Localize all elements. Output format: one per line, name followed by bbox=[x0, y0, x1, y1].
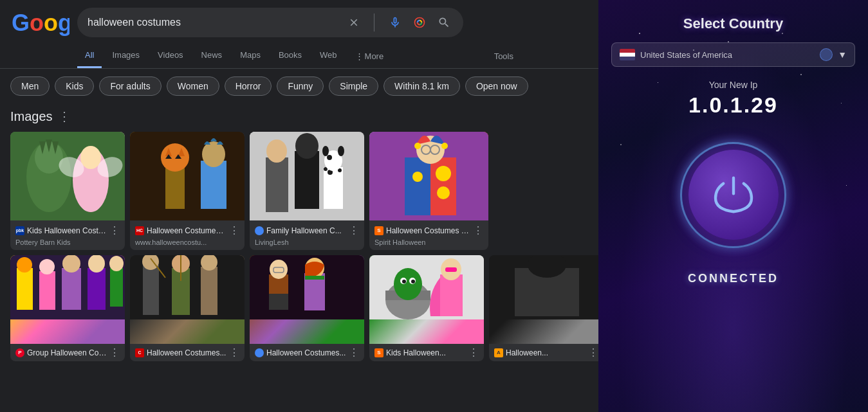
dropdown-arrow-icon: ▼ bbox=[838, 49, 847, 60]
svg-point-31 bbox=[338, 146, 344, 156]
tab-videos[interactable]: Videos bbox=[150, 44, 191, 68]
image-source-1: Pottery Barn Kids bbox=[15, 238, 120, 246]
image-card-4[interactable]: S Halloween Costumes 2024 for ⋮ Spirit H… bbox=[369, 132, 488, 250]
image-menu-6[interactable]: ⋮ bbox=[229, 346, 239, 359]
image-card-7[interactable]: Halloween Costumes... ⋮ bbox=[250, 255, 364, 361]
svg-point-50 bbox=[39, 259, 55, 274]
image-thumb-2 bbox=[130, 132, 245, 220]
image-menu-2[interactable]: ⋮ bbox=[229, 224, 239, 237]
power-button[interactable] bbox=[688, 150, 779, 240]
country-dropdown[interactable]: United States of America ▼ bbox=[611, 42, 855, 67]
svg-point-77 bbox=[394, 268, 422, 300]
image-title-8: Kids Halloween... bbox=[386, 348, 446, 357]
filter-men[interactable]: Men bbox=[10, 76, 50, 96]
image-menu-4[interactable]: ⋮ bbox=[473, 224, 483, 237]
image-info-9: A Halloween... ⋮ bbox=[489, 344, 598, 361]
svg-rect-22 bbox=[295, 151, 319, 209]
filter-kids[interactable]: Kids bbox=[55, 76, 94, 96]
nav-tabs: All Images Videos News Maps Books Web ⋮ … bbox=[0, 44, 598, 69]
google-logo: Google bbox=[10, 6, 69, 39]
more-dots-icon: ⋮ bbox=[355, 51, 364, 61]
image-card-6[interactable]: C Halloween Costumes... ⋮ bbox=[130, 255, 245, 361]
image-info-7: Halloween Costumes... ⋮ bbox=[250, 344, 364, 361]
image-card-8[interactable]: S Kids Halloween... ⋮ bbox=[369, 255, 484, 361]
favicon-5: P bbox=[15, 348, 24, 357]
favicon-1: pbk bbox=[15, 226, 24, 235]
svg-point-48 bbox=[17, 257, 32, 273]
search-bar[interactable]: halloween costumes bbox=[77, 8, 463, 37]
image-menu-1[interactable]: ⋮ bbox=[109, 224, 120, 237]
image-card-1[interactable]: pbk Kids Halloween Costu... ⋮ Pottery Ba… bbox=[10, 132, 125, 250]
image-info-1: pbk Kids Halloween Costu... ⋮ Pottery Ba… bbox=[10, 220, 125, 250]
filter-horror[interactable]: Horror bbox=[225, 76, 272, 96]
filter-funny[interactable]: Funny bbox=[277, 76, 324, 96]
image-card-3[interactable]: Family Halloween C... ⋮ LivingLesh bbox=[250, 132, 364, 250]
image-thumb-3 bbox=[250, 132, 364, 220]
image-menu-7[interactable]: ⋮ bbox=[349, 346, 359, 359]
svg-rect-47 bbox=[17, 268, 33, 310]
image-source-2: www.halloweencostu... bbox=[135, 238, 239, 246]
favicon-4: S bbox=[374, 226, 383, 235]
svg-rect-24 bbox=[324, 167, 343, 209]
tab-news[interactable]: News bbox=[194, 44, 230, 68]
filter-women[interactable]: Women bbox=[167, 76, 219, 96]
image-source-3: LivingLesh bbox=[255, 238, 359, 246]
search-icons bbox=[346, 13, 453, 31]
svg-point-39 bbox=[412, 172, 423, 182]
image-info-4: S Halloween Costumes 2024 for ⋮ Spirit H… bbox=[369, 220, 488, 250]
google-panel: Google halloween costumes bbox=[0, 0, 598, 412]
image-menu-3[interactable]: ⋮ bbox=[349, 224, 359, 237]
filter-adults[interactable]: For adults bbox=[99, 76, 161, 96]
tab-images[interactable]: Images bbox=[104, 44, 147, 68]
vpn-panel: Select Country United States of America … bbox=[598, 0, 868, 412]
image-menu-9[interactable]: ⋮ bbox=[588, 346, 598, 359]
image-title-2: Halloween Costumes for ... bbox=[147, 226, 226, 235]
favicon-6: C bbox=[135, 348, 144, 357]
svg-point-42 bbox=[441, 143, 448, 149]
image-row-1: pbk Kids Halloween Costu... ⋮ Pottery Ba… bbox=[10, 132, 588, 250]
tab-all[interactable]: All bbox=[77, 44, 102, 68]
image-card-9[interactable]: A Halloween... ⋮ bbox=[489, 255, 598, 361]
lens-button[interactable] bbox=[411, 13, 429, 31]
tab-web[interactable]: Web bbox=[312, 44, 345, 68]
filter-within[interactable]: Within 8.1 km bbox=[383, 76, 460, 96]
svg-point-41 bbox=[414, 143, 421, 149]
svg-rect-12 bbox=[130, 132, 245, 220]
svg-rect-36 bbox=[405, 157, 430, 215]
svg-point-52 bbox=[62, 255, 80, 273]
image-card-2[interactable]: HC Halloween Costumes for ... ⋮ www.hall… bbox=[130, 132, 245, 250]
image-title-9: Halloween... bbox=[506, 348, 548, 357]
clear-button[interactable] bbox=[346, 14, 362, 31]
favicon-8: S bbox=[374, 348, 383, 357]
power-button-container bbox=[669, 130, 798, 259]
svg-rect-19 bbox=[201, 161, 226, 209]
image-thumb-1 bbox=[10, 132, 125, 220]
image-info-2: HC Halloween Costumes for ... ⋮ www.hall… bbox=[130, 220, 245, 250]
image-menu-8[interactable]: ⋮ bbox=[468, 346, 479, 359]
search-input[interactable]: halloween costumes bbox=[88, 17, 346, 28]
filter-open-now[interactable]: Open now bbox=[465, 76, 528, 96]
filter-simple[interactable]: Simple bbox=[329, 76, 378, 96]
svg-rect-58 bbox=[143, 265, 159, 315]
tab-books[interactable]: Books bbox=[271, 44, 309, 68]
images-title: Images bbox=[10, 109, 53, 124]
images-more-icon[interactable]: ⋮ bbox=[58, 109, 71, 124]
svg-rect-51 bbox=[62, 268, 81, 310]
svg-point-54 bbox=[88, 255, 105, 273]
image-info-3: Family Halloween C... ⋮ LivingLesh bbox=[250, 220, 364, 250]
tab-more[interactable]: ⋮ More bbox=[347, 45, 392, 67]
tab-maps[interactable]: Maps bbox=[232, 44, 268, 68]
select-country-title: Select Country bbox=[683, 15, 783, 32]
image-thumb-6 bbox=[130, 255, 245, 344]
svg-point-38 bbox=[437, 186, 450, 199]
voice-search-button[interactable] bbox=[386, 13, 404, 31]
image-card-5[interactable]: P Group Halloween Costu... ⋮ bbox=[10, 255, 125, 361]
search-button[interactable] bbox=[435, 13, 453, 31]
svg-point-80 bbox=[402, 280, 406, 283]
tools-button[interactable]: Tools bbox=[486, 45, 521, 67]
image-menu-5[interactable]: ⋮ bbox=[109, 346, 120, 359]
country-name: United States of America bbox=[640, 50, 815, 60]
svg-rect-62 bbox=[201, 267, 217, 315]
favicon-9: A bbox=[494, 348, 503, 357]
svg-point-69 bbox=[270, 260, 288, 279]
